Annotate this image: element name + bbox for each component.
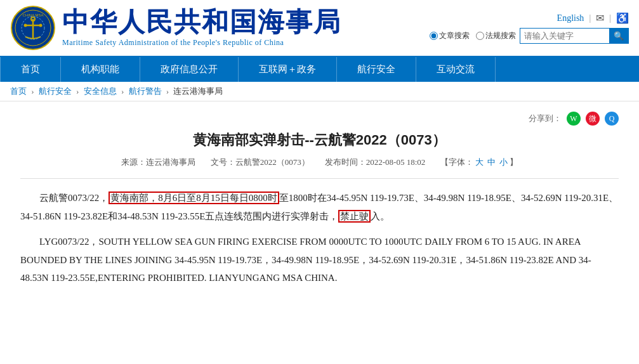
search-type-group: 文章搜索 法规搜索 xyxy=(430,30,516,41)
publish-time: 2022-08-05 18:02 xyxy=(366,157,426,167)
publish-meta: 发布时间：2022-08-05 18:02 xyxy=(325,157,426,168)
breadcrumb-nav-safety[interactable]: 航行安全 xyxy=(39,86,72,96)
breadcrumb-sep4: › xyxy=(166,86,169,96)
logo-text: 中华人民共和国海事局 Maritime Safety Administratio… xyxy=(62,9,341,48)
docno-meta: 文号：云航警2022（0073） xyxy=(211,157,310,168)
logo-emblem: CHINA MSA xyxy=(10,5,56,51)
font-label: 【字体： xyxy=(440,157,473,168)
nav-internet-gov[interactable]: 互联网＋政务 xyxy=(239,57,337,82)
source-meta: 来源：连云港海事局 xyxy=(121,157,195,168)
search-type-article[interactable]: 文章搜索 xyxy=(430,30,470,41)
header: CHINA MSA 中华人民共和国海事局 Maritime Safety Adm… xyxy=(0,0,639,57)
article-title: 黄海南部实弹射击--云航警2022（0073） xyxy=(20,129,619,150)
site-title: 中华人民共和国海事局 xyxy=(62,9,341,36)
content-area: 分享到： W 微 Q 黄海南部实弹射击--云航警2022（0073） 来源：连云… xyxy=(0,101,639,310)
nav-bar: 首页 机构职能 政府信息公开 互联网＋政务 航行安全 互动交流 xyxy=(0,57,639,82)
font-small-btn[interactable]: 小 xyxy=(499,157,508,168)
search-type-law[interactable]: 法规搜索 xyxy=(476,30,516,41)
site-subtitle: Maritime Safety Administration of the Pe… xyxy=(62,38,341,48)
breadcrumb-nav-warning[interactable]: 航行警告 xyxy=(129,86,162,96)
breadcrumb-current: 连云港海事局 xyxy=(173,86,223,96)
paragraph-cn: 云航警0073/22，黄海南部，8月6日至8月15日每日0800时至1800时在… xyxy=(20,189,619,225)
docno-label: 文号： xyxy=(211,157,235,167)
content-divider xyxy=(20,178,619,179)
article-meta: 来源：连云港海事局 文号：云航警2022（0073） 发布时间：2022-08-… xyxy=(20,157,619,168)
font-end: 】 xyxy=(510,157,518,168)
breadcrumb-sep2: › xyxy=(76,86,79,96)
lang-switch[interactable]: English xyxy=(557,13,584,23)
header-top-links: English | ✉ | ♿ xyxy=(557,12,629,24)
mail-icon[interactable]: ✉ xyxy=(596,12,604,24)
svg-point-6 xyxy=(24,24,27,27)
accessibility-icon[interactable]: ♿ xyxy=(616,12,629,24)
header-right: English | ✉ | ♿ 文章搜索 法规搜索 🔍 xyxy=(430,12,629,44)
divider1: | xyxy=(589,13,591,23)
docno-value: 云航警2022（0073） xyxy=(235,157,310,167)
font-large-btn[interactable]: 大 xyxy=(475,157,484,168)
divider2: | xyxy=(609,13,611,23)
share-wechat[interactable]: W xyxy=(567,112,581,126)
source-value: 连云港海事局 xyxy=(146,157,195,167)
font-medium-btn[interactable]: 中 xyxy=(487,157,496,168)
breadcrumb-safety-info[interactable]: 安全信息 xyxy=(84,86,117,96)
share-label: 分享到： xyxy=(529,113,562,124)
nav-org[interactable]: 机构职能 xyxy=(61,57,140,82)
share-weibo[interactable]: 微 xyxy=(586,112,600,126)
breadcrumb-home[interactable]: 首页 xyxy=(10,86,27,96)
paragraph-en: LYG0073/22，SOUTH YELLOW SEA GUN FIRING E… xyxy=(20,233,619,287)
search-box: 🔍 xyxy=(520,28,629,44)
nav-nav-safety[interactable]: 航行安全 xyxy=(337,57,416,82)
nav-gov-info[interactable]: 政府信息公开 xyxy=(140,57,239,82)
font-size-control: 【字体： 大 中 小 】 xyxy=(440,157,518,168)
nav-home[interactable]: 首页 xyxy=(0,57,61,82)
breadcrumb-sep3: › xyxy=(121,86,124,96)
breadcrumb: 首页 › 航行安全 › 安全信息 › 航行警告 › 连云港海事局 xyxy=(0,82,639,101)
publish-label: 发布时间： xyxy=(325,157,366,167)
source-label: 来源： xyxy=(121,157,146,167)
highlight-location: 黄海南部，8月6日至8月15日每日0800时 xyxy=(109,192,279,204)
search-input[interactable] xyxy=(520,29,609,42)
search-button[interactable]: 🔍 xyxy=(609,29,628,43)
nav-interaction[interactable]: 互动交流 xyxy=(416,57,496,82)
share-qq[interactable]: Q xyxy=(605,112,619,126)
search-area: 文章搜索 法规搜索 🔍 xyxy=(430,28,629,44)
breadcrumb-sep1: › xyxy=(31,86,34,96)
share-bar: 分享到： W 微 Q xyxy=(20,112,619,126)
highlight-prohibition: 禁止驶 xyxy=(338,210,371,223)
svg-point-7 xyxy=(39,24,43,27)
article-body: 云航警0073/22，黄海南部，8月6日至8月15日每日0800时至1800时在… xyxy=(20,189,619,287)
logo-area: CHINA MSA 中华人民共和国海事局 Maritime Safety Adm… xyxy=(10,5,341,51)
